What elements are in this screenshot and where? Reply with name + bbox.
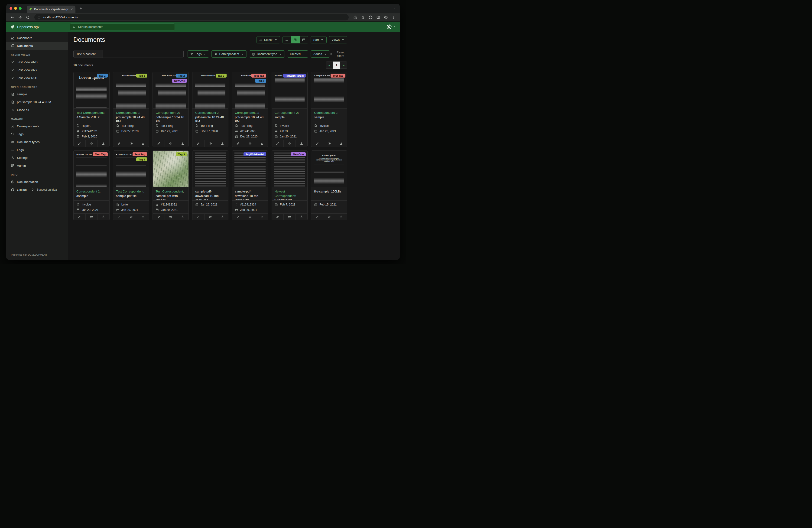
reload-button[interactable] [26, 15, 30, 19]
document-card[interactable]: Adobe Acrobat PDF FilesTest TagTag 2Corr… [232, 72, 268, 147]
address-bar[interactable]: localhost:4200/documents [34, 14, 349, 20]
view-button[interactable] [85, 214, 98, 220]
document-thumbnail[interactable]: Adobe Acrobat PDF FilesTag 3 [113, 72, 149, 109]
tag-chip[interactable]: Tag 2 [255, 79, 266, 83]
document-thumbnail[interactable]: A Simple PDF FileTest Tag [311, 72, 347, 109]
document-thumbnail[interactable]: Tag 3 [153, 151, 188, 187]
title-content-dropdown[interactable]: Title & content [73, 50, 103, 58]
edit-button[interactable] [113, 214, 125, 220]
next-page-button[interactable]: » [340, 61, 347, 69]
document-thumbnail[interactable]: A Simple PDF FileTest TagTag 3 [113, 151, 149, 187]
correspondent-link[interactable]: Correspondent 2 [116, 111, 140, 114]
document-thumbnail[interactable]: Adobe Acrobat PDF FilesTag 3 [192, 72, 228, 109]
close-window-button[interactable] [10, 7, 12, 10]
tag-chip[interactable]: Tag 2 [97, 74, 108, 77]
document-card[interactable]: A Simple PDF FileTest TagCorrespondent 2… [73, 151, 110, 220]
document-card[interactable]: Adobe Acrobat PDF FilesTag 2NewOneCorres… [153, 72, 189, 147]
sidebar-item-logs[interactable]: Logs [6, 146, 68, 154]
document-card[interactable]: Adobe Acrobat PDF FilesTag 3Corresponden… [113, 72, 149, 147]
tag-chip[interactable]: Tag 3 [136, 157, 147, 161]
view-button[interactable] [85, 140, 98, 147]
tab-close-icon[interactable] [70, 8, 73, 11]
site-info-icon[interactable] [38, 16, 41, 19]
download-button[interactable] [177, 214, 189, 220]
edit-button[interactable] [153, 214, 164, 220]
view-details-button[interactable] [282, 36, 291, 43]
sort-button[interactable]: Sort [310, 36, 327, 43]
current-page-button[interactable]: 1 [333, 61, 340, 69]
document-thumbnail[interactable]: TagWithPartial [232, 151, 268, 187]
back-button[interactable] [11, 15, 14, 19]
download-button[interactable] [97, 140, 109, 147]
reset-filters-button[interactable]: Reset filters [330, 51, 347, 58]
download-button[interactable] [295, 140, 308, 147]
correspondent-link[interactable]: Correspondent 2 [156, 111, 179, 114]
sidebar-item-dashboard[interactable]: Dashboard [6, 34, 68, 42]
browser-profile-button[interactable] [384, 15, 388, 19]
edit-button[interactable] [232, 214, 244, 220]
previous-page-button[interactable]: « [326, 61, 333, 69]
sidebar-item-sample[interactable]: sample [6, 90, 68, 98]
tag-chip[interactable]: Test Tag [133, 152, 147, 156]
tag-chip[interactable]: TagWithPartial [283, 74, 306, 77]
side-panel-button[interactable] [376, 15, 380, 19]
document-thumbnail[interactable]: Adobe Acrobat PDF FilesTag 2NewOne [153, 72, 188, 109]
correspondent-link[interactable]: Correspondent 2 [235, 111, 258, 114]
correspondent-link[interactable]: Newest Correspondent [275, 190, 295, 198]
tag-chip[interactable]: Tag 3 [176, 152, 187, 156]
filter-created-button[interactable]: Created [287, 51, 308, 58]
filter-added-button[interactable]: Added [310, 51, 330, 58]
document-card[interactable]: NewOneNewest Correspondent: f_combinedsF… [272, 151, 308, 220]
correspondent-link[interactable]: Correspondent 2 [275, 111, 298, 114]
document-card[interactable]: Lorem IpsumTag 2Test Correspondent: A Sa… [73, 72, 110, 147]
document-card[interactable]: sample-pdf-download-10-mb copy_redJan 26… [192, 151, 229, 220]
download-button[interactable] [216, 140, 228, 147]
document-card[interactable]: A Simple PDF FileTagWithPartialCorrespon… [272, 72, 308, 147]
tag-chip[interactable]: Tag 3 [216, 74, 227, 77]
download-button[interactable] [137, 214, 149, 220]
edit-button[interactable] [272, 214, 284, 220]
minimize-window-button[interactable] [14, 7, 17, 10]
document-card[interactable]: Tag 3Test Correspondent: sample-pdf-with… [153, 151, 189, 220]
sidebar-item-test-view-any[interactable]: Test View ANY [6, 66, 68, 74]
bookmark-star-button[interactable] [361, 15, 365, 19]
download-button[interactable] [216, 214, 228, 220]
edit-button[interactable] [232, 140, 244, 147]
view-button[interactable] [323, 140, 335, 147]
select-button[interactable]: Select [257, 36, 280, 43]
edit-button[interactable] [153, 140, 164, 147]
filter-document-type-button[interactable]: Document type [249, 51, 285, 58]
tab-search-icon[interactable] [393, 7, 396, 10]
view-button[interactable] [323, 214, 335, 220]
document-thumbnail[interactable] [192, 151, 228, 187]
view-large-cards-button[interactable] [300, 36, 308, 43]
sidebar-item-test-view-not[interactable]: Test View NOT [6, 74, 68, 82]
forward-button[interactable] [18, 15, 22, 19]
view-button[interactable] [244, 140, 256, 147]
share-button[interactable] [353, 15, 357, 19]
download-button[interactable] [177, 140, 189, 147]
document-thumbnail[interactable]: Adobe Acrobat PDF FilesTest TagTag 2 [232, 72, 268, 109]
view-button[interactable] [284, 140, 295, 147]
view-small-cards-button[interactable] [291, 36, 300, 43]
document-thumbnail[interactable]: A Simple PDF FileTagWithPartial [272, 72, 308, 109]
document-thumbnail[interactable]: NewOne [272, 151, 308, 187]
sidebar-item-close-all[interactable]: Close all [6, 106, 68, 114]
correspondent-link[interactable]: Correspondent 2 [76, 190, 100, 193]
sidebar-item-settings[interactable]: Settings [6, 154, 68, 161]
document-thumbnail[interactable]: A Simple PDF FileTest Tag [74, 151, 109, 187]
document-card[interactable]: TagWithPartialsample-pdf-download-10-mb-… [232, 151, 268, 220]
extensions-puzzle-button[interactable] [368, 15, 373, 19]
tag-chip[interactable]: Tag 2 [176, 74, 187, 77]
sidebar-item-admin[interactable]: Admin [6, 161, 68, 170]
tag-chip[interactable]: NewOne [291, 152, 306, 156]
filter-correspondent-button[interactable]: Correspondent [212, 51, 247, 58]
document-thumbnail[interactable]: Lorem IpsumTag 2 [74, 72, 109, 109]
correspondent-link[interactable]: Test Correspondent [116, 190, 143, 193]
view-button[interactable] [125, 140, 137, 147]
sidebar-item-documentation[interactable]: Documentation [6, 178, 68, 186]
sidebar-item-github[interactable]: GitHubSuggest an idea [6, 186, 68, 194]
sidebar-item-pdf-sample-10-24-48-pm[interactable]: pdf-sample 10.24.48 PM [6, 98, 68, 106]
zoom-window-button[interactable] [19, 7, 21, 10]
filter-tags-button[interactable]: Tags [188, 51, 209, 58]
